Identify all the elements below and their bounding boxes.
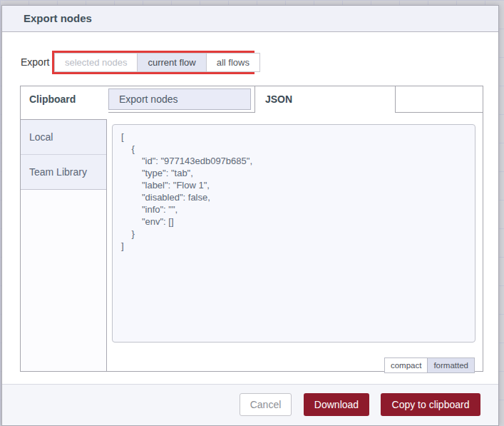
- export-panel: Clipboard Export nodes JSON Local Team L…: [20, 86, 483, 372]
- all-flows-button[interactable]: all flows: [207, 54, 259, 71]
- tab-clipboard[interactable]: Clipboard: [21, 86, 108, 113]
- download-button[interactable]: Download: [304, 393, 369, 416]
- sidebar-item-team-library[interactable]: Team Library: [21, 155, 106, 190]
- copy-to-clipboard-button[interactable]: Copy to clipboard: [381, 393, 480, 416]
- cancel-button[interactable]: Cancel: [240, 393, 292, 416]
- json-export-textarea[interactable]: [ { "id": "977143edb097b685", "type": "t…: [112, 124, 475, 343]
- dialog-footer: Cancel Download Copy to clipboard: [2, 384, 498, 425]
- export-dialog: Export nodes Export selected nodes curre…: [1, 5, 499, 426]
- formatted-button[interactable]: formatted: [427, 357, 475, 373]
- json-code: [ { "id": "977143edb097b685", "type": "t…: [121, 131, 466, 252]
- tab-json[interactable]: JSON: [254, 86, 396, 113]
- selected-nodes-button[interactable]: selected nodes: [55, 54, 137, 71]
- format-toggle-group: compact formatted: [384, 357, 475, 373]
- tab-export-nodes[interactable]: Export nodes: [108, 88, 251, 110]
- export-scope-button-group: selected nodes current flow all flows: [54, 53, 260, 72]
- current-flow-button[interactable]: current flow: [137, 54, 206, 71]
- library-sidebar: Local Team Library: [21, 119, 107, 371]
- dialog-header: Export nodes: [2, 6, 498, 32]
- annotation-highlight-box: selected nodes current flow all flows: [52, 51, 254, 74]
- export-scope-label: Export: [21, 51, 49, 74]
- compact-button[interactable]: compact: [384, 357, 427, 373]
- dialog-title: Export nodes: [24, 12, 92, 24]
- sidebar-item-local[interactable]: Local: [21, 120, 106, 155]
